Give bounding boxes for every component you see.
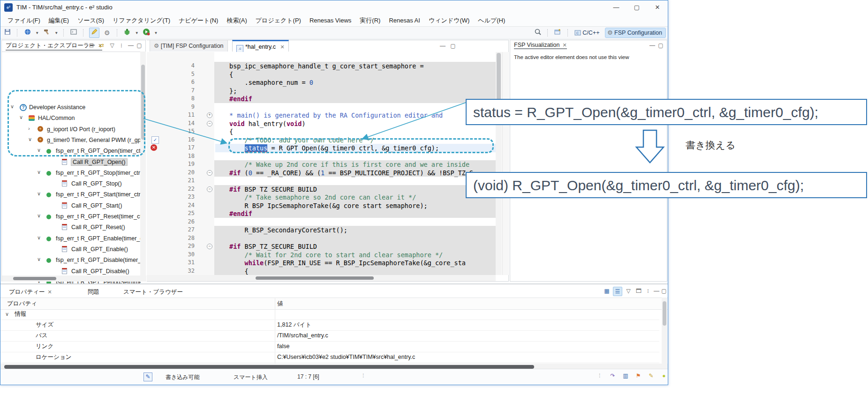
- tree-item[interactable]: ∨fsp_err_t R_GPT_Stop(timer_ctrl_t *c: [3, 168, 141, 179]
- close-button[interactable]: ✕: [647, 0, 668, 15]
- code-line[interactable]: 31 while(FSP_ERR_IN_USE == R_BSP_IpcSema…: [147, 259, 509, 267]
- chevron-down-icon[interactable]: ∨: [37, 169, 41, 175]
- property-row[interactable]: リンクfalse: [0, 341, 659, 352]
- column-value[interactable]: 値: [277, 298, 283, 309]
- code-line[interactable]: 23 /* Take semaphore so 2nd core can cle…: [147, 193, 509, 201]
- launch-dropdown-icon[interactable]: ▼: [35, 31, 39, 35]
- tree-item[interactable]: ∨fsp_err_t R_GPT_Reset(timer_ctrl_t *: [3, 212, 141, 223]
- show-categories-icon[interactable]: ▦: [603, 287, 611, 295]
- run-dropdown-icon[interactable]: ▼: [154, 31, 158, 35]
- code-line[interactable]: 25#endif: [147, 209, 509, 218]
- code-line[interactable]: 29−#if BSP_TZ_SECURE_BUILD: [147, 242, 509, 251]
- code-line[interactable]: 8#endif: [147, 95, 509, 103]
- code-line[interactable]: 26: [147, 218, 509, 226]
- menu-item[interactable]: 検索(A): [222, 16, 251, 25]
- settings-gear-icon[interactable]: ⚙: [102, 28, 112, 37]
- tree-item-label[interactable]: Call R_GPT_Reset(): [71, 224, 125, 231]
- tree-item[interactable]: ∨fsp_err_t R_GPT_Start(timer_ctrl_t *c: [3, 190, 141, 201]
- code-line[interactable]: 9: [147, 103, 509, 112]
- property-row[interactable]: ロケーションC:¥Users¥icb03¥e2 studio¥TIM¥TIM¥s…: [0, 352, 659, 363]
- view-menu-icon[interactable]: ⁝: [644, 287, 652, 295]
- minimize-button[interactable]: —: [606, 0, 626, 15]
- edit-pencil-icon[interactable]: ✎: [647, 372, 655, 380]
- launch-config-icon[interactable]: [23, 28, 32, 37]
- build-hammer-icon[interactable]: [42, 28, 52, 37]
- maximize-button[interactable]: ▢: [626, 0, 647, 15]
- menu-item[interactable]: Renesas AI: [385, 17, 424, 24]
- close-icon[interactable]: ✕: [47, 289, 52, 295]
- editor-minimize-icon[interactable]: —: [438, 42, 447, 50]
- menu-item[interactable]: ソース(S): [73, 16, 108, 25]
- tree-item-label[interactable]: Call R_GPT_Stop(): [71, 180, 122, 187]
- notification-dot-icon[interactable]: ●: [660, 372, 668, 380]
- tab-fsp-visualization[interactable]: FSP Visualization✕: [514, 42, 567, 49]
- view-menu-icon[interactable]: ⁝: [117, 41, 126, 50]
- editor-hscrollbar[interactable]: [147, 275, 496, 281]
- tab-fsp-configuration[interactable]: ⚙ [TIM] FSP Configuration: [150, 40, 228, 52]
- editor-maximize-icon[interactable]: ▢: [449, 42, 457, 50]
- tree-item-label[interactable]: Call R_GPT_Start(): [71, 202, 122, 209]
- save-icon[interactable]: [3, 28, 12, 37]
- code-line[interactable]: 14−void hal_entry(void): [147, 119, 509, 128]
- tree-item[interactable]: Call R_GPT_Start(): [3, 201, 141, 212]
- tab-properties[interactable]: プロパティー✕: [9, 287, 52, 298]
- menu-item[interactable]: ウィンドウ(W): [424, 16, 474, 25]
- task-marker-icon[interactable]: ✓: [151, 136, 159, 144]
- tree-item[interactable]: Call R_GPT_Reset(): [3, 223, 141, 233]
- code-line[interactable]: 22−#if BSP_TZ_SECURE_BUILD: [147, 185, 509, 194]
- property-group-row[interactable]: ∨情報: [0, 309, 659, 320]
- chevron-down-icon[interactable]: ∨: [37, 191, 41, 197]
- tree-item[interactable]: Call R_GPT_Open(): [3, 157, 141, 168]
- property-row[interactable]: サイズ1,812 バイト: [0, 320, 659, 331]
- editor-vscrollbar[interactable]: [496, 52, 502, 275]
- pin-view-icon[interactable]: 🗖: [634, 287, 643, 295]
- tree-item-label[interactable]: fsp_err_t R_GPT_Start(timer_ctrl_t *c: [56, 191, 141, 198]
- overview-ruler[interactable]: [502, 52, 509, 275]
- perspective-bar-icon[interactable]: ▥: [621, 372, 629, 380]
- explorer-vscrollbar[interactable]: [140, 52, 146, 275]
- tree-item-label[interactable]: fsp_err_t R_GPT_Stop(timer_ctrl_t *c: [56, 170, 141, 176]
- close-icon[interactable]: ✕: [280, 44, 285, 50]
- show-tree-icon[interactable]: ☰: [613, 287, 622, 296]
- editor-mode-icon[interactable]: ✎: [143, 372, 152, 381]
- menu-item[interactable]: 編集(E): [45, 16, 73, 25]
- restore-icon[interactable]: ↷: [609, 372, 617, 380]
- column-property[interactable]: プロパティ: [7, 298, 37, 309]
- code-line[interactable]: 7};: [147, 87, 509, 95]
- tree-item-label[interactable]: Call R_GPT_Enable(): [71, 246, 128, 253]
- maximize-view-icon[interactable]: ▢: [657, 41, 665, 50]
- tree-item-label[interactable]: Call R_GPT_Disable(): [71, 268, 129, 275]
- menu-item[interactable]: ヘルプ(H): [474, 16, 509, 25]
- code-line[interactable]: 19 /* Wake up 2nd core if this is first …: [147, 160, 509, 169]
- chevron-down-icon[interactable]: ∨: [37, 235, 41, 241]
- tree-item[interactable]: ∨fsp_err_t R_GPT_Enable(timer_ctrl_t: [3, 234, 141, 245]
- menu-item[interactable]: ファイル(F): [3, 16, 45, 25]
- tree-item-label[interactable]: Call R_GPT_Open(): [71, 159, 127, 165]
- explorer-hscrollbar[interactable]: [2, 275, 146, 282]
- properties-vscrollbar[interactable]: [662, 298, 667, 365]
- code-line[interactable]: 28: [147, 234, 509, 243]
- tree-item[interactable]: ∨fsp_err_t R_GPT_Disable(timer_ctrl_t: [3, 255, 141, 266]
- menu-item[interactable]: ナビゲート(N): [174, 16, 222, 25]
- code-line[interactable]: 15{: [147, 127, 509, 136]
- property-row[interactable]: パス/TIM/src/hal_entry.c: [0, 330, 659, 342]
- fold-collapse-icon[interactable]: −: [207, 244, 212, 249]
- minimize-view-icon[interactable]: —: [648, 41, 657, 50]
- open-perspective-icon[interactable]: [553, 28, 562, 37]
- mark-occurrences-pencil-icon[interactable]: [89, 28, 99, 38]
- maximize-view-icon[interactable]: ▢: [660, 287, 668, 295]
- build-dropdown-icon[interactable]: ▼: [54, 31, 58, 35]
- chevron-down-icon[interactable]: ∨: [37, 213, 41, 219]
- debug-bug-icon[interactable]: [122, 28, 132, 37]
- tree-item-label[interactable]: fsp_err_t R_GPT_Disable(timer_ctrl_t: [56, 257, 141, 263]
- tree-item-label[interactable]: fsp_err_t R_GPT_Enable(timer_ctrl_t: [56, 235, 141, 242]
- perspective-fsp-configuration[interactable]: ⚙ FSP Configuration: [605, 28, 666, 38]
- run-icon[interactable]: [142, 28, 151, 37]
- code-line[interactable]: 18: [147, 152, 509, 161]
- tab-problems[interactable]: 問題: [88, 287, 99, 298]
- fold-expand-icon[interactable]: +: [207, 112, 212, 118]
- maximize-view-icon[interactable]: ▢: [135, 41, 143, 50]
- code-line[interactable]: 20−#if (0 == _RA_CORE) && (1 == BSP_MULT…: [147, 169, 509, 177]
- code-line[interactable]: 4bsp_ipc_semaphore_handle_t g_core_start…: [147, 62, 509, 70]
- code-line[interactable]: 24 R_BSP_IpcSemaphoreTake(&g_core_start_…: [147, 201, 509, 210]
